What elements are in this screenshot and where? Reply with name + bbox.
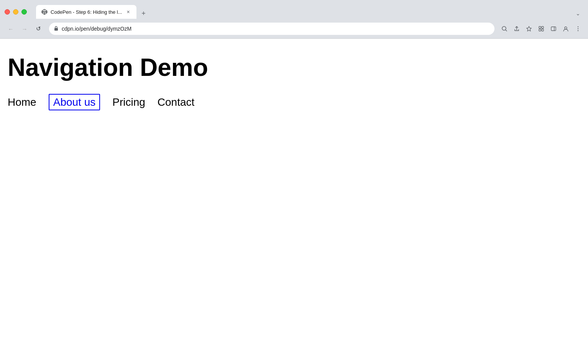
nav-link-pricing[interactable]: Pricing xyxy=(112,96,145,108)
traffic-lights xyxy=(5,9,27,15)
nav-item-about-us[interactable]: About us xyxy=(49,96,100,108)
nav-item-contact[interactable]: Contact xyxy=(158,96,195,108)
nav-item-home[interactable]: Home xyxy=(8,96,36,108)
codepen-icon xyxy=(41,9,48,15)
search-button[interactable] xyxy=(499,23,510,34)
title-bar: CodePen - Step 6: Hiding the l... ✕ + ⌄ xyxy=(0,0,588,20)
nav-link-contact[interactable]: Contact xyxy=(158,96,195,108)
nav-item-pricing[interactable]: Pricing xyxy=(112,96,145,108)
tab-bar: CodePen - Step 6: Hiding the l... ✕ + ⌄ xyxy=(36,5,583,19)
extensions-button[interactable] xyxy=(536,23,547,34)
tab-dropdown-button[interactable]: ⌄ xyxy=(573,8,583,19)
active-tab[interactable]: CodePen - Step 6: Hiding the l... ✕ xyxy=(36,5,136,19)
address-bar-row: ← → ↺ cdpn.io/pen/debug/dymzOzM xyxy=(0,20,588,38)
share-icon xyxy=(514,26,520,32)
url-text: cdpn.io/pen/debug/dymzOzM xyxy=(62,26,490,32)
reload-button[interactable]: ↺ xyxy=(32,23,44,35)
close-button[interactable] xyxy=(5,9,10,15)
svg-rect-12 xyxy=(551,27,556,31)
sidebar-icon xyxy=(550,26,557,32)
page-title: Navigation Demo xyxy=(8,54,580,81)
svg-point-14 xyxy=(565,27,567,29)
svg-line-6 xyxy=(506,30,507,31)
search-icon xyxy=(501,26,508,32)
back-button[interactable]: ← xyxy=(5,23,17,35)
new-tab-button[interactable]: + xyxy=(138,8,149,19)
tab-close-button[interactable]: ✕ xyxy=(125,9,131,15)
page-content: Navigation Demo HomeAbout usPricingConta… xyxy=(0,39,588,364)
profile-icon xyxy=(562,25,569,32)
forward-button[interactable]: → xyxy=(18,23,31,35)
svg-point-17 xyxy=(578,30,578,31)
svg-rect-10 xyxy=(539,29,541,31)
nav-link-home[interactable]: Home xyxy=(8,96,36,108)
svg-rect-11 xyxy=(542,29,544,31)
minimize-button[interactable] xyxy=(13,9,18,15)
bookmark-icon xyxy=(526,26,532,32)
svg-point-15 xyxy=(578,26,578,27)
svg-rect-9 xyxy=(542,26,544,28)
menu-icon xyxy=(575,26,581,32)
svg-point-16 xyxy=(578,28,578,29)
extensions-icon xyxy=(538,26,544,32)
lock-icon xyxy=(54,26,59,32)
sidebar-button[interactable] xyxy=(548,23,559,34)
svg-rect-4 xyxy=(54,28,58,31)
share-button[interactable] xyxy=(511,23,522,34)
tab-title: CodePen - Step 6: Hiding the l... xyxy=(51,9,122,15)
svg-rect-8 xyxy=(539,26,541,28)
address-bar[interactable]: cdpn.io/pen/debug/dymzOzM xyxy=(49,23,494,35)
menu-button[interactable] xyxy=(573,23,583,34)
svg-marker-7 xyxy=(527,26,531,31)
browser-chrome: CodePen - Step 6: Hiding the l... ✕ + ⌄ … xyxy=(0,0,588,39)
nav-menu: HomeAbout usPricingContact xyxy=(8,96,580,108)
nav-link-about-us[interactable]: About us xyxy=(49,94,100,110)
maximize-button[interactable] xyxy=(21,9,27,15)
profile-button[interactable] xyxy=(560,23,571,34)
bookmark-button[interactable] xyxy=(524,23,534,34)
